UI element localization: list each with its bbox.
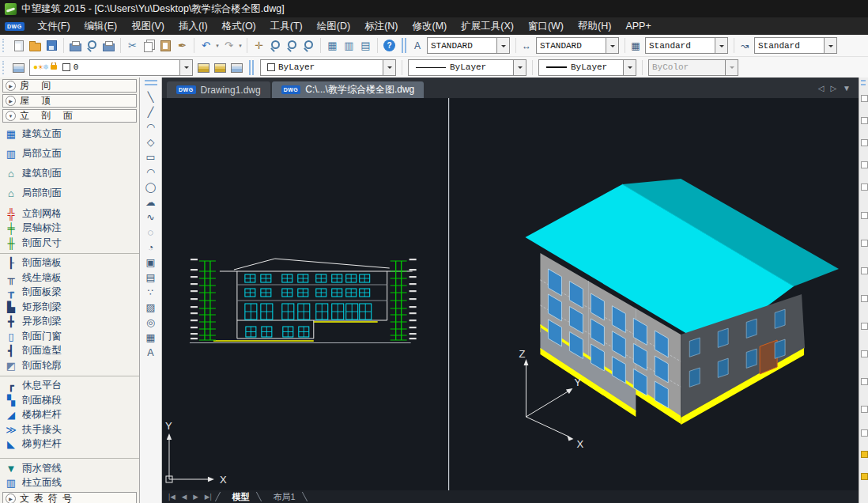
tab-scroll-right-icon[interactable]: ▷ [830, 84, 836, 93]
sidebar-section-elevation-section[interactable]: ▼立 剖 面 [2, 109, 137, 123]
layout1-tab[interactable]: 布局1 [267, 491, 302, 503]
properties-palette-button[interactable]: ▦ [324, 37, 341, 54]
undo-dropdown-arrow[interactable]: ▾ [214, 43, 221, 49]
sidebar-item-stair-trim-railing[interactable]: ◣梯剪栏杆 [0, 437, 139, 452]
hatch-button[interactable]: ▨ [142, 300, 160, 315]
mleader-style-select[interactable]: Standard [754, 37, 837, 54]
menu-item-window[interactable]: 窗口(W) [521, 20, 571, 33]
sidebar-item-rect-section-beam[interactable]: ▙矩形剖梁 [0, 300, 139, 315]
paste-button[interactable] [157, 37, 174, 54]
sidebar-item-shaped-section-beam[interactable]: ╋异形剖梁 [0, 315, 139, 330]
collapsed-arrow-icon[interactable]: ▶ [6, 96, 16, 106]
sidebar-item-landing-platform[interactable]: ┏休息平台 [0, 379, 139, 394]
dropdown-button[interactable] [513, 60, 526, 75]
print-button[interactable] [67, 37, 84, 54]
table-button[interactable]: ▦ [142, 330, 160, 345]
new-button[interactable] [10, 37, 27, 54]
menu-item-tools[interactable]: 工具(T) [263, 20, 310, 33]
line-button[interactable]: ╲ [142, 89, 160, 104]
arc-button[interactable]: ◠ [142, 165, 160, 180]
menu-item-express-tools[interactable]: 扩展工具(X) [454, 20, 521, 33]
redo-button[interactable]: ↷ [221, 37, 237, 54]
expanded-arrow-icon[interactable]: ▼ [6, 111, 16, 121]
layer-previous-button[interactable] [212, 59, 228, 76]
drawing-tab-teaching-building[interactable]: DWG C:\...\教学综合楼全图.dwg [272, 81, 425, 98]
rectangle-button[interactable]: ▭ [142, 149, 160, 165]
dropdown-button[interactable] [179, 60, 192, 75]
model-tab[interactable]: 模型 [226, 491, 256, 503]
copy-button[interactable] [141, 37, 157, 54]
pan-button[interactable]: ✛ [251, 37, 267, 54]
save-button[interactable] [43, 37, 60, 54]
linetype-select[interactable]: ByLayer [408, 59, 526, 76]
menu-item-insert[interactable]: 插入(I) [172, 20, 215, 33]
circle-button[interactable]: ◯ [142, 180, 160, 195]
sidebar-item-section-shape[interactable]: ┫剖面造型 [0, 344, 139, 359]
sidebar-item-wall-from-line[interactable]: ╥线生墙板 [0, 270, 139, 286]
construction-line-button[interactable]: ╱ [142, 104, 160, 119]
sidebar-item-partial-elevation[interactable]: ▥局部立面 [0, 144, 139, 164]
sidebar-item-partial-section[interactable]: ⌂局部剖面 [0, 183, 139, 203]
zoom-previous-button[interactable] [300, 37, 317, 54]
help-button[interactable]: ? [381, 37, 398, 54]
dropdown-button[interactable] [496, 38, 509, 53]
sidebar-section-text-table-symbol[interactable]: ▶文表符号 [2, 492, 137, 503]
dropdown-button[interactable] [824, 38, 836, 53]
match-properties-button[interactable]: ✒ [174, 37, 191, 54]
sidebar-item-building-elevation[interactable]: ▦建筑立面 [0, 124, 139, 144]
color-select[interactable]: ByLayer [260, 59, 396, 76]
redo-dropdown-arrow[interactable]: ▾ [237, 43, 243, 49]
menu-item-help[interactable]: 帮助(H) [571, 20, 618, 33]
menu-item-format[interactable]: 格式(O) [215, 20, 263, 33]
point-button[interactable]: ∵ [142, 285, 160, 300]
next-tab-button[interactable]: ▶ [190, 493, 202, 501]
dropdown-button[interactable] [623, 60, 636, 75]
drawing-canvas[interactable]: Y X [162, 98, 859, 490]
dropdown-button[interactable] [383, 60, 395, 75]
sidebar-item-section-door-window[interactable]: ▯剖面门窗 [0, 329, 139, 344]
make-object-layer-current-button[interactable] [195, 59, 212, 76]
menu-item-modify[interactable]: 修改(M) [405, 20, 454, 33]
dim-style-select[interactable]: STANDARD [536, 37, 619, 54]
text-style-select[interactable]: STANDARD [427, 37, 510, 54]
menu-item-dimension[interactable]: 标注(N) [357, 20, 405, 33]
toolbar-grip[interactable] [861, 80, 866, 85]
sidebar-item-section-stair-flight[interactable]: ▚剖面梯段 [0, 393, 139, 408]
design-center-button[interactable]: ▤ [357, 37, 374, 54]
publish-button[interactable] [100, 37, 117, 54]
sidebar-section-room[interactable]: ▶房 间 [2, 79, 137, 93]
ellipse-button[interactable]: ◌ [142, 225, 160, 240]
sidebar-item-building-section[interactable]: ⌂建筑剖面 [0, 164, 139, 183]
sidebar-item-section-wall[interactable]: ┠剖面墙板 [0, 256, 139, 271]
first-tab-button[interactable]: |◀ [165, 493, 179, 501]
text-button[interactable]: A [142, 345, 160, 360]
last-tab-button[interactable]: ▶| [202, 493, 215, 501]
title-bar[interactable]: 中望建筑 2015 - [C:\Users\Yu\Desktop\教学综合楼全图… [0, 0, 868, 17]
zoom-window-button[interactable] [284, 37, 300, 54]
tool-palette-button[interactable]: ▥ [341, 37, 357, 54]
polyline-button[interactable]: ◠ [142, 119, 160, 134]
toolbar-grip[interactable] [2, 61, 6, 74]
polygon-button[interactable]: ◇ [142, 134, 160, 149]
menu-item-file[interactable]: 文件(F) [31, 20, 77, 33]
print-preview-button[interactable] [84, 37, 100, 54]
layer-select[interactable]: ● ☀ ❄ 0 [29, 59, 193, 76]
docked-right-toolbar[interactable] [859, 78, 868, 503]
menu-item-app-plus[interactable]: APP+ [618, 21, 658, 32]
collapsed-arrow-icon[interactable]: ▶ [6, 494, 16, 503]
menu-item-edit[interactable]: 编辑(E) [77, 20, 125, 33]
sidebar-section-roof[interactable]: ▶屋 顶 [2, 94, 137, 108]
lineweight-select[interactable]: ByLayer [538, 59, 636, 76]
sidebar-item-handrail-joint[interactable]: ≫扶手接头 [0, 422, 139, 437]
toolbar-grip[interactable] [2, 39, 6, 52]
sidebar-item-column-elevation-line[interactable]: ▥柱立面线 [0, 476, 139, 491]
drawing-tab-drawing1[interactable]: DWG Drawing1.dwg [167, 81, 270, 98]
spline-button[interactable]: ∿ [142, 210, 160, 225]
create-block-button[interactable]: ▤ [142, 270, 160, 285]
donut-button[interactable]: ◎ [142, 315, 160, 330]
menu-item-draw[interactable]: 绘图(D) [310, 20, 357, 33]
dropdown-button[interactable] [715, 38, 727, 53]
layer-states-button[interactable] [228, 59, 245, 76]
table-style-select[interactable]: Standard [645, 37, 728, 54]
cut-button[interactable]: ✂ [124, 37, 141, 54]
